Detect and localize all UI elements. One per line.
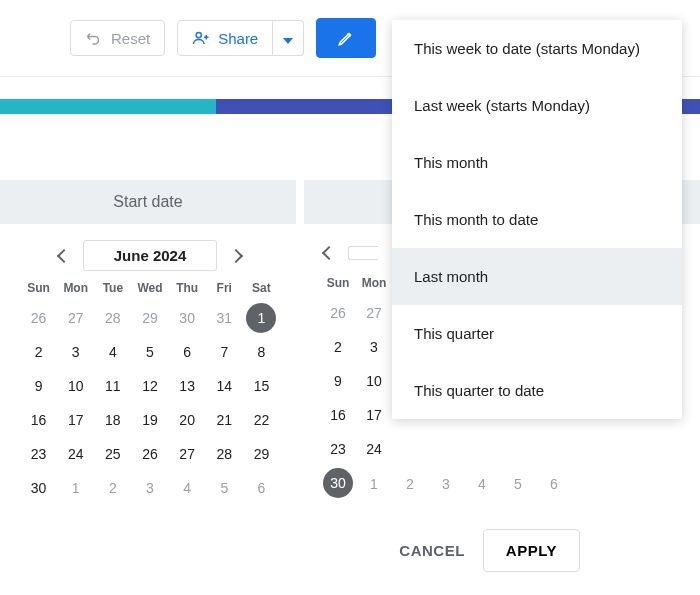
day-cell[interactable]: 6 [536, 469, 572, 499]
day-cell-selected[interactable]: 1 [246, 303, 276, 333]
day-cell[interactable]: 2 [20, 337, 57, 367]
caret-down-icon [283, 30, 293, 47]
day-cell[interactable]: 27 [356, 298, 392, 328]
preset-menu-item[interactable]: This week to date (starts Monday) [392, 20, 682, 77]
preset-menu-item[interactable]: Last week (starts Monday) [392, 77, 682, 134]
day-cell[interactable]: 2 [392, 469, 428, 499]
day-cell[interactable]: 25 [94, 439, 131, 469]
day-cell[interactable]: 6 [169, 337, 206, 367]
preset-menu-item[interactable]: This quarter [392, 305, 682, 362]
day-cell-selected[interactable]: 30 [323, 468, 353, 498]
day-cell[interactable]: 6 [243, 473, 280, 503]
day-cell[interactable]: 3 [131, 473, 168, 503]
day-cell[interactable]: 30 [169, 303, 206, 333]
reset-button[interactable]: Reset [70, 20, 165, 56]
share-button[interactable]: Share [177, 20, 273, 56]
calendar-right-head [320, 240, 400, 266]
day-cell[interactable]: 17 [57, 405, 94, 435]
day-cell[interactable]: 1 [356, 469, 392, 499]
day-cell[interactable]: 21 [206, 405, 243, 435]
preset-menu-item[interactable]: This quarter to date [392, 362, 682, 419]
day-cell[interactable]: 3 [356, 332, 392, 362]
day-cell[interactable]: 27 [169, 439, 206, 469]
day-cell[interactable]: 4 [169, 473, 206, 503]
day-cell[interactable]: 4 [464, 469, 500, 499]
preset-menu-item[interactable]: Last month [392, 248, 682, 305]
preset-menu: This week to date (starts Monday)Last we… [392, 20, 682, 419]
day-cell[interactable]: 26 [131, 439, 168, 469]
day-cell[interactable]: 29 [131, 303, 168, 333]
day-cell[interactable]: 13 [169, 371, 206, 401]
day-cell[interactable]: 16 [20, 405, 57, 435]
next-month-left[interactable] [227, 243, 245, 269]
share-dropdown-button[interactable] [273, 20, 304, 56]
day-cell[interactable]: 5 [206, 473, 243, 503]
band-teal [0, 99, 216, 114]
dow-cell: Mon [356, 276, 392, 290]
day-cell[interactable]: 4 [94, 337, 131, 367]
dow-cell: Mon [57, 281, 94, 295]
day-cell[interactable]: 16 [320, 400, 356, 430]
day-cell[interactable]: 24 [57, 439, 94, 469]
day-cell[interactable]: 19 [131, 405, 168, 435]
day-cell[interactable]: 27 [57, 303, 94, 333]
apply-button[interactable]: APPLY [483, 529, 580, 572]
dow-cell: Sun [320, 276, 356, 290]
preset-menu-item[interactable]: This month [392, 134, 682, 191]
calendar-grid-right: 2627239101617232430 [320, 298, 400, 498]
day-cell[interactable]: 23 [20, 439, 57, 469]
dow-cell: Tue [94, 281, 131, 295]
day-cell[interactable]: 30 [20, 473, 57, 503]
day-cell[interactable]: 10 [356, 366, 392, 396]
day-cell[interactable]: 10 [57, 371, 94, 401]
day-cell[interactable]: 20 [169, 405, 206, 435]
day-cell[interactable]: 22 [243, 405, 280, 435]
day-cell[interactable]: 7 [206, 337, 243, 367]
day-cell[interactable]: 17 [356, 400, 392, 430]
day-cell[interactable]: 15 [243, 371, 280, 401]
day-cell[interactable]: 9 [320, 366, 356, 396]
prev-month-left[interactable] [55, 243, 73, 269]
day-cell[interactable]: 12 [131, 371, 168, 401]
day-cell[interactable]: 2 [320, 332, 356, 362]
calendar-grid-left: 2627282930311234567891011121314151617181… [20, 303, 280, 503]
prev-month-right[interactable] [320, 240, 338, 266]
reset-label: Reset [111, 30, 150, 47]
day-cell[interactable]: 3 [428, 469, 464, 499]
day-cell[interactable]: 26 [320, 298, 356, 328]
share-label: Share [218, 30, 258, 47]
day-cell[interactable]: 28 [94, 303, 131, 333]
day-cell[interactable]: 31 [206, 303, 243, 333]
picker-actions: CANCEL APPLY [0, 499, 700, 572]
cancel-button[interactable]: CANCEL [399, 542, 465, 559]
calendar-left-head: June 2024 [20, 240, 280, 271]
day-cell[interactable]: 8 [243, 337, 280, 367]
day-cell[interactable]: 5 [131, 337, 168, 367]
calendar-left: June 2024 SunMonTueWedThuFriSat 26272829… [0, 240, 300, 503]
dow-cell: Sat [243, 281, 280, 295]
day-cell[interactable]: 3 [57, 337, 94, 367]
day-cell[interactable]: 11 [94, 371, 131, 401]
dow-row-left: SunMonTueWedThuFriSat [20, 281, 280, 295]
day-cell[interactable]: 2 [94, 473, 131, 503]
month-select-left[interactable]: June 2024 [83, 240, 218, 271]
share-button-group: Share [177, 20, 304, 56]
day-cell[interactable]: 24 [356, 434, 392, 464]
day-cell[interactable]: 29 [243, 439, 280, 469]
day-cell[interactable]: 14 [206, 371, 243, 401]
day-cell[interactable]: 1 [57, 473, 94, 503]
start-date-header: Start date [0, 180, 296, 224]
day-cell[interactable]: 28 [206, 439, 243, 469]
day-cell[interactable]: 18 [94, 405, 131, 435]
undo-icon [85, 29, 103, 47]
dow-cell: Sun [20, 281, 57, 295]
calendar-right: SunMon 2627239101617232430 [300, 240, 400, 503]
preset-menu-item[interactable]: This month to date [392, 191, 682, 248]
dow-row-right: SunMon [320, 276, 400, 290]
day-cell[interactable]: 5 [500, 469, 536, 499]
day-cell[interactable]: 9 [20, 371, 57, 401]
day-cell[interactable]: 23 [320, 434, 356, 464]
edit-button[interactable] [316, 18, 376, 58]
month-select-right[interactable] [348, 246, 378, 260]
day-cell[interactable]: 26 [20, 303, 57, 333]
